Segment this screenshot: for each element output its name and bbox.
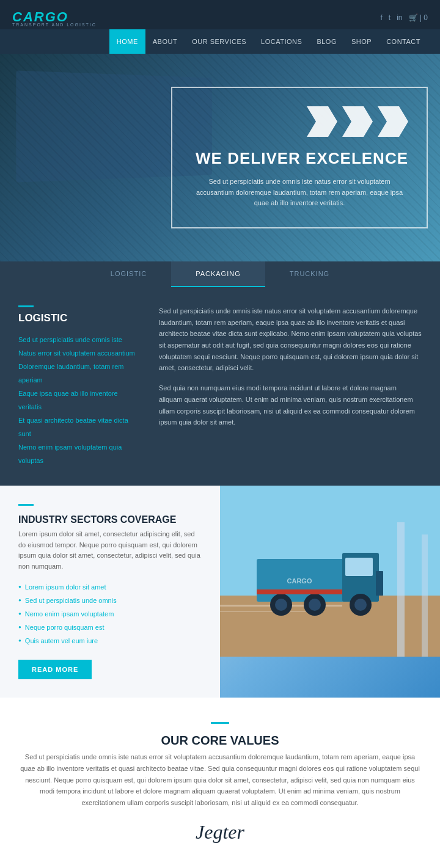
tab-packaging[interactable]: PACKAGING [171, 261, 265, 287]
hero-content-box: WE DELIVER EXCELENCE Sed ut perspiciatis… [171, 87, 428, 228]
core-values-section: OUR CORE VALUES Sed ut perspiciatis unde… [0, 698, 440, 868]
nav-about[interactable]: ABOUT [145, 29, 185, 54]
svg-rect-3 [422, 534, 428, 657]
signature: Jegter [18, 821, 422, 844]
logistic-title: LOGISTIC [18, 312, 141, 324]
svg-rect-2 [397, 522, 405, 657]
hero-arrows [191, 106, 408, 137]
nav-home[interactable]: HOME [109, 29, 145, 54]
facebook-icon[interactable]: f [380, 13, 382, 22]
industry-title-bar [18, 504, 34, 506]
logistic-right: Sed ut perspiciatis unde omnis iste natu… [159, 305, 422, 467]
twitter-icon[interactable]: t [389, 13, 391, 22]
industry-section: INDUSTRY SECTORS COVERAGE Lorem ipsum do… [0, 486, 440, 698]
list-item: Natus error sit voluptatem accusantium [18, 346, 141, 360]
cart-icon[interactable]: 🛒 | 0 [409, 13, 428, 22]
industry-right: CARGO [220, 486, 440, 698]
list-item: Quis autem vel eum iure [18, 634, 202, 647]
nav-blog[interactable]: BLOG [309, 29, 344, 54]
list-item: Neque porro quisquam est [18, 621, 202, 634]
svg-point-15 [354, 599, 367, 611]
tab-logistic[interactable]: LOGISTIC [86, 261, 171, 287]
nav-shop[interactable]: SHOP [344, 29, 379, 54]
logistic-link-5[interactable]: Et quasi architecto beatae vitae dicta s… [18, 417, 128, 437]
list-item: Eaque ipsa quae ab illo inventore verita… [18, 387, 141, 414]
core-title-bar [211, 722, 229, 724]
logistic-link-6[interactable]: Nemo enim ipsam voluptatem quia voluptas [18, 443, 122, 464]
list-item: Et quasi architecto beatae vitae dicta s… [18, 414, 141, 440]
nav-services[interactable]: OUR SERVICES [185, 29, 254, 54]
logistic-link-4[interactable]: Eaque ipsa quae ab illo inventore verita… [18, 390, 118, 410]
hero-description: Sed ut perspiciatis unde omnis iste natu… [191, 177, 408, 209]
svg-point-11 [275, 599, 287, 611]
logistic-link-1[interactable]: Sed ut perspiciatis unde omnis iste [18, 336, 122, 343]
main-nav: HOME ABOUT OUR SERVICES LOCATIONS BLOG S… [0, 29, 440, 54]
logo-main: CARGO [12, 9, 68, 24]
core-values-text: Sed ut perspiciatis unde omnis iste natu… [18, 751, 422, 808]
section-tabs: LOGISTIC PACKAGING TRUCKING [0, 261, 440, 287]
list-item: Sed ut perspiciatis unde omnis [18, 594, 202, 607]
truck-illustration: CARGO [220, 486, 440, 657]
logo-container: CARGO TRANSPORT AND LOGISTIC [12, 9, 97, 27]
tab-trucking[interactable]: TRUCKING [265, 261, 354, 287]
list-item: Nemo enim ipsam voluptatem quia voluptas [18, 440, 141, 467]
hero-arrow-2 [342, 106, 373, 137]
hero-arrow-3 [378, 106, 408, 137]
logistic-link-2[interactable]: Natus error sit voluptatem accusantium [18, 349, 135, 357]
svg-rect-5 [220, 611, 318, 612]
hero-title: WE DELIVER EXCELENCE [191, 149, 408, 168]
list-item: Lorem ipsum dolor sit amet [18, 580, 202, 594]
logistic-text-1: Sed ut perspiciatis unde omnis iste natu… [159, 305, 422, 374]
hero-section: WE DELIVER EXCELENCE Sed ut perspiciatis… [0, 54, 440, 261]
industry-read-more-button[interactable]: READ MORE [18, 660, 92, 679]
hero-arrow-1 [307, 106, 337, 137]
logistic-text-2: Sed quia non numquam eius modi tempora i… [159, 382, 422, 428]
industry-title: INDUSTRY SECTORS COVERAGE [18, 514, 202, 525]
industry-left: INDUSTRY SECTORS COVERAGE Lorem ipsum do… [0, 486, 220, 698]
svg-point-13 [309, 599, 321, 611]
nav-contact[interactable]: CONTACT [379, 29, 428, 54]
list-item: Sed ut perspiciatis unde omnis iste [18, 333, 141, 346]
svg-rect-8 [345, 558, 373, 576]
svg-rect-9 [376, 571, 383, 596]
header: CARGO TRANSPORT AND LOGISTIC f t in 🛒 | … [0, 0, 440, 29]
svg-rect-16 [257, 589, 342, 594]
logistic-link-3[interactable]: Doloremque laudantium, totam rem aperiam [18, 363, 123, 384]
list-item: Nemo enim ipsam voluptatem [18, 607, 202, 621]
header-social-icons: f t in 🛒 | 0 [380, 13, 428, 22]
list-item: Doloremque laudantium, totam rem aperiam [18, 360, 141, 387]
core-values-title: OUR CORE VALUES [161, 734, 279, 748]
logistic-title-bar [18, 305, 34, 307]
svg-text:CARGO: CARGO [287, 577, 312, 585]
industry-list: Lorem ipsum dolor sit amet Sed ut perspi… [18, 580, 202, 647]
logistic-left: LOGISTIC Sed ut perspiciatis unde omnis … [18, 305, 141, 467]
logistic-links-list: Sed ut perspiciatis unde omnis iste Natu… [18, 333, 141, 467]
industry-description: Lorem ipsum dolor sit amet, consectetur … [18, 529, 202, 572]
logistic-section: LOGISTIC Sed ut perspiciatis unde omnis … [0, 287, 440, 486]
logo-sub: TRANSPORT AND LOGISTIC [12, 23, 97, 27]
nav-locations[interactable]: LOCATIONS [254, 29, 309, 54]
linkedin-icon[interactable]: in [397, 13, 402, 22]
